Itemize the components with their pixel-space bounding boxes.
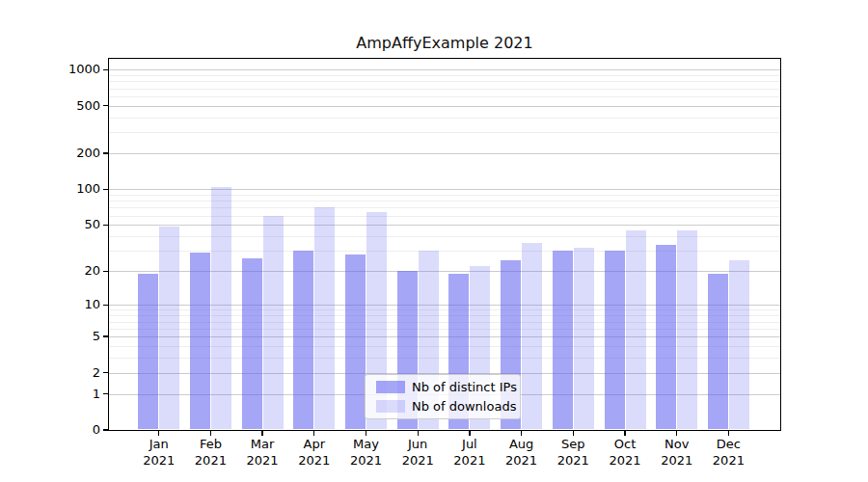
x-tick-sep (573, 430, 574, 436)
legend-label-distinct-ips: Nb of distinct IPs (412, 380, 517, 394)
y-tick-label-1000: 1000 (39, 62, 100, 77)
bar-ips-dec (708, 274, 728, 429)
bar-ips-jan (138, 274, 158, 429)
gridline-minor-60 (109, 216, 780, 217)
bar-downloads-oct (626, 230, 646, 429)
legend-label-downloads: Nb of downloads (412, 399, 516, 414)
x-tick-jan (158, 430, 159, 436)
y-tick-20 (103, 271, 108, 272)
bar-downloads-aug (522, 243, 542, 429)
x-tick-feb (210, 430, 211, 436)
y-tick-10 (103, 305, 108, 306)
x-tick-label-sep: Sep2021 (547, 436, 599, 469)
x-tick-nov (676, 430, 677, 436)
y-tick-label-50: 50 (39, 217, 100, 232)
legend: Nb of distinct IPs Nb of downloads (365, 374, 521, 419)
gridline-minor-600 (109, 96, 780, 97)
gridline-minor-70 (109, 207, 780, 208)
bar-ips-sep (553, 251, 573, 429)
x-tick-may (366, 430, 366, 436)
x-tick-label-may: May2021 (340, 436, 393, 469)
x-tick-label-oct: Oct2021 (599, 436, 651, 469)
y-tick-50 (103, 225, 108, 226)
bar-ips-may (345, 254, 366, 429)
x-tick-label-aug: Aug2021 (496, 436, 548, 469)
x-tick-oct (624, 430, 625, 436)
x-tick-label-jun: Jun2021 (392, 436, 444, 469)
chart-title: AmpAffyExample 2021 (252, 34, 637, 52)
bar-downloads-feb (211, 187, 231, 430)
x-tick-label-apr: Apr2021 (288, 436, 340, 469)
y-tick-label-1: 1 (39, 387, 100, 402)
gridline-major-500 (109, 106, 780, 107)
x-tick-label-nov: Nov2021 (651, 436, 703, 469)
bar-ips-mar (242, 258, 262, 430)
bar-downloads-dec (729, 260, 749, 430)
gridline-minor-400 (109, 118, 780, 119)
y-tick-label-20: 20 (39, 263, 100, 279)
y-tick-100 (103, 189, 108, 190)
y-tick-label-5: 5 (39, 329, 100, 344)
gridline-minor-800 (109, 81, 780, 82)
y-tick-1 (103, 393, 108, 394)
x-tick-label-feb: Feb2021 (184, 436, 236, 469)
x-tick-label-jan: Jan2021 (133, 436, 185, 469)
bar-downloads-nov (677, 230, 697, 429)
gridline-minor-700 (109, 89, 780, 90)
y-tick-label-2: 2 (39, 365, 100, 381)
bar-ips-feb (190, 253, 210, 429)
y-tick-0 (103, 429, 108, 430)
x-tick-label-jul: Jul2021 (444, 436, 496, 469)
y-tick-500 (103, 105, 108, 106)
y-tick-5 (103, 335, 108, 336)
x-tick-apr (313, 430, 314, 436)
x-tick-jul (469, 430, 470, 436)
x-tick-dec (728, 430, 729, 436)
y-tick-1000 (103, 69, 108, 70)
bar-downloads-sep (574, 248, 594, 429)
gridline-minor-300 (109, 132, 780, 133)
bar-ips-apr (293, 251, 313, 429)
y-tick-label-500: 500 (39, 98, 100, 114)
x-tick-label-dec: Dec2021 (702, 436, 754, 469)
x-tick-jun (418, 430, 419, 436)
y-tick-label-0: 0 (39, 422, 100, 438)
y-tick-label-10: 10 (39, 297, 100, 312)
legend-swatch-distinct-ips (376, 381, 405, 393)
legend-entry-distinct-ips: Nb of distinct IPs (376, 380, 512, 394)
gridline-minor-90 (109, 195, 780, 196)
y-tick-2 (103, 372, 108, 373)
y-tick-200 (103, 152, 108, 153)
bar-downloads-mar (263, 216, 284, 430)
legend-entry-downloads: Nb of downloads (376, 399, 512, 414)
x-tick-aug (521, 430, 522, 436)
bar-chart: AmpAffyExample 2021 01251020501002005001… (0, 0, 868, 482)
bar-downloads-apr (314, 207, 335, 429)
bar-ips-oct (605, 251, 625, 429)
y-tick-label-200: 200 (39, 146, 100, 161)
gridline-major-200 (109, 153, 780, 154)
bar-downloads-jan (159, 227, 179, 429)
gridline-minor-900 (109, 75, 780, 76)
gridline-major-1000 (109, 69, 780, 70)
legend-swatch-downloads (376, 400, 405, 413)
x-tick-label-mar: Mar2021 (236, 436, 288, 469)
gridline-major-50 (109, 225, 780, 226)
gridline-minor-80 (109, 201, 780, 201)
gridline-major-100 (109, 189, 780, 190)
bar-ips-nov (656, 245, 676, 430)
x-tick-mar (261, 430, 262, 436)
y-tick-label-100: 100 (39, 181, 100, 197)
